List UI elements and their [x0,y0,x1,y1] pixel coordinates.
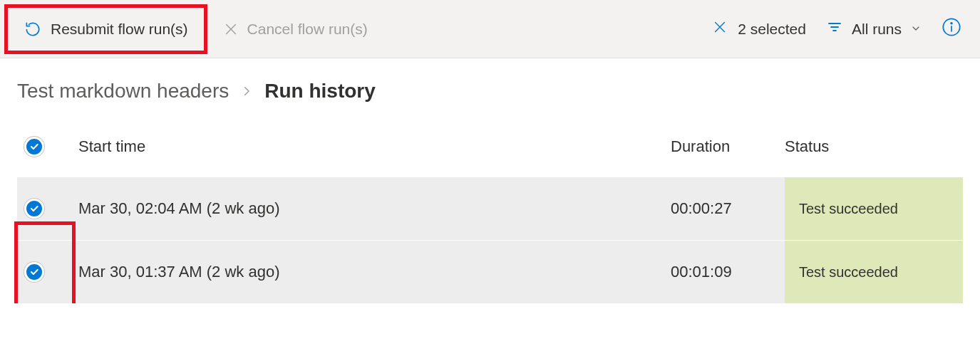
svg-point-2 [951,23,952,24]
info-icon [942,17,961,41]
clear-selection-button[interactable]: 2 selected [712,19,806,38]
cancel-button: Cancel flow run(s) [207,4,383,54]
status-badge: Test succeeded [785,241,963,303]
column-header-status[interactable]: Status [785,124,963,177]
breadcrumb: Test markdown headers Run history [0,58,980,117]
run-history-table: Start time Duration Status Mar 30, 02:04… [17,124,963,303]
info-button[interactable] [942,17,961,41]
row-checkbox[interactable] [24,199,44,219]
toolbar: Resubmit flow run(s) Cancel flow run(s) [0,0,980,58]
resubmit-button[interactable]: Resubmit flow run(s) [4,4,207,54]
resubmit-label: Resubmit flow run(s) [51,21,188,38]
refresh-icon [24,20,42,38]
filter-label: All runs [852,21,902,38]
breadcrumb-parent[interactable]: Test markdown headers [17,80,229,103]
status-badge: Test succeeded [785,177,963,240]
column-header-start-time[interactable]: Start time [78,124,671,177]
close-icon [223,21,239,37]
filter-dropdown[interactable]: All runs [826,19,922,39]
start-time-cell: Mar 30, 01:37 AM (2 wk ago) [78,241,671,304]
duration-cell: 00:00:27 [671,177,785,241]
select-all-checkbox[interactable] [24,137,44,157]
duration-cell: 00:01:09 [671,241,785,304]
chevron-down-icon [910,21,922,38]
close-icon [712,19,728,38]
start-time-cell: Mar 30, 02:04 AM (2 wk ago) [78,177,671,241]
selected-count: 2 selected [738,21,806,38]
filter-icon [826,19,843,39]
column-header-duration[interactable]: Duration [671,124,785,177]
chevron-right-icon [240,80,253,103]
cancel-label: Cancel flow run(s) [247,21,368,38]
page-title: Run history [264,80,376,103]
table-row[interactable]: Mar 30, 01:37 AM (2 wk ago) 00:01:09 Tes… [17,241,963,304]
row-checkbox[interactable] [24,262,44,282]
table-row[interactable]: Mar 30, 02:04 AM (2 wk ago) 00:00:27 Tes… [17,177,963,241]
